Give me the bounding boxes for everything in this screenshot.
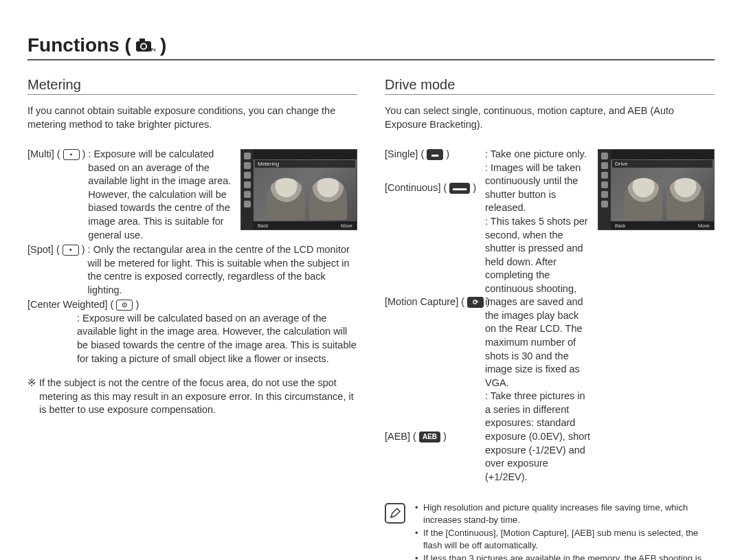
metering-spot-text: : Only the rectangular area in the centr… [88, 243, 357, 297]
metering-multi-text: : Exposure will be calculated based on a… [88, 148, 235, 242]
tip-item: If the [Continuous], [Motion Capture], [… [415, 527, 715, 551]
metering-note: ※ If the subject is not the centre of th… [27, 377, 357, 417]
screenshot-back-label: Back [258, 223, 269, 228]
drive-heading: Drive mode [385, 77, 715, 95]
drive-definitions: [Single] (▬) : Take one picture only. [C… [385, 148, 592, 484]
metering-center-row: [Center Weighted] (⊙) : Exposure will be… [27, 298, 357, 366]
camera-fn-icon: Fn [135, 38, 156, 53]
spot-metering-icon: • [63, 245, 79, 256]
page-title: Functions ( Fn ) [27, 34, 715, 60]
aeb-icon: AEB [419, 432, 440, 443]
metering-spot-label: [Spot] [27, 243, 54, 257]
svg-rect-1 [139, 38, 145, 42]
tips-list: High resolution and picture quality incr… [415, 502, 715, 560]
screenshot-move-label: Move [698, 223, 710, 228]
drive-screenshot: Drive Back Move [598, 149, 715, 230]
drive-motion-label: [Motion Capture] [385, 295, 458, 309]
note-pencil-icon [385, 503, 405, 524]
continuous-shot-icon: ▬▬ [449, 183, 470, 194]
drive-intro: You can select single, continuous, motio… [385, 104, 715, 131]
metering-multi-label: [Multi] [27, 148, 54, 161]
screenshot-menu-label: Metering [255, 160, 355, 168]
metering-spot-row: [Spot] (•) : Only the rectangular area i… [27, 243, 357, 297]
drive-continuous-label: [Continuous] [385, 181, 440, 195]
metering-note-text: If the subject is not the centre of the … [39, 377, 357, 417]
content-columns: Metering If you cannot obtain suitable e… [27, 77, 715, 560]
center-metering-icon: ⊙ [116, 300, 133, 311]
manual-page: Functions ( Fn ) Metering If you cannot … [0, 0, 742, 560]
title-prefix: Functions ( [27, 34, 131, 56]
metering-heading: Metering [27, 77, 357, 95]
tips-box: High resolution and picture quality incr… [385, 502, 715, 560]
metering-multi-row: [Multi] (▪) : Exposure will be calculate… [27, 148, 235, 242]
drive-motion-text: : This takes 5 shots per second, when th… [485, 215, 592, 390]
drive-aeb-text: : Take three pictures in a series in dif… [485, 390, 592, 484]
tip-item: If less than 3 pictures are available in… [415, 552, 715, 560]
metering-center-label: [Center Weighted] [27, 298, 108, 312]
drive-aeb-label: [AEB] [385, 430, 410, 444]
svg-text:Fn: Fn [150, 47, 156, 53]
multi-metering-icon: ▪ [63, 149, 80, 160]
left-column: Metering If you cannot obtain suitable e… [27, 77, 357, 560]
svg-point-3 [142, 44, 146, 48]
drive-continuous-text: : Images will be taken continuously unti… [485, 161, 592, 215]
motion-capture-icon: ⟳ [467, 297, 484, 308]
metering-intro: If you cannot obtain suitable exposure c… [27, 104, 357, 131]
title-suffix: ) [160, 34, 166, 56]
screenshot-move-label: Move [341, 223, 352, 228]
drive-single-label: [Single] [385, 148, 418, 161]
metering-screenshot: Metering Back Move [240, 149, 357, 230]
right-column: Drive mode You can select single, contin… [385, 77, 715, 560]
screenshot-back-label: Back [615, 223, 626, 228]
note-symbol: ※ [27, 377, 36, 417]
screenshot-menu-label: Drive [612, 160, 712, 168]
tip-item: High resolution and picture quality incr… [415, 502, 715, 526]
metering-center-text: : Exposure will be calculated based on a… [77, 312, 357, 366]
single-shot-icon: ▬ [427, 149, 443, 160]
drive-single-text: : Take one picture only. [485, 148, 592, 161]
